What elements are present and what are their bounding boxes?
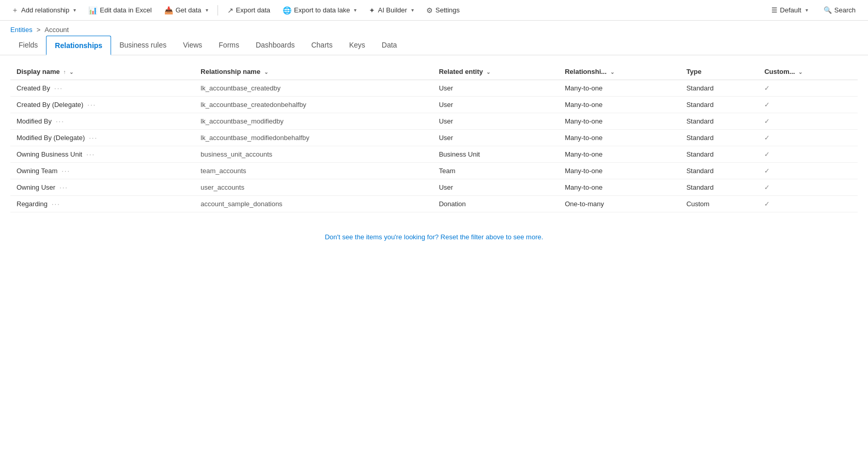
related-entity-cell: Business Unit	[432, 146, 559, 163]
row-menu[interactable]: Created By···	[10, 80, 194, 97]
excel-icon: 📊	[88, 6, 97, 14]
relationship-name-cell: lk_accountbase_createdby	[194, 80, 432, 97]
col-custom[interactable]: Custom... ⌄	[758, 64, 858, 80]
display-name-cell: Created By	[17, 84, 50, 92]
display-name-cell: Owning Team	[17, 167, 57, 175]
table-row: Modified By···lk_accountbase_modifiedbyU…	[10, 113, 858, 130]
tab-forms[interactable]: Forms	[210, 36, 247, 55]
tab-data[interactable]: Data	[374, 36, 406, 55]
edit-excel-button[interactable]: 📊 Edit data in Excel	[83, 4, 157, 17]
custom-check-cell: ✓	[758, 80, 858, 97]
filter-entity-icon: ⌄	[486, 69, 490, 75]
tab-charts[interactable]: Charts	[303, 36, 340, 55]
type-cell: Standard	[680, 163, 758, 179]
get-data-icon: 📥	[164, 6, 173, 14]
type-cell: Standard	[680, 97, 758, 113]
custom-check-cell: ✓	[758, 113, 858, 130]
related-entity-cell: Donation	[432, 196, 559, 212]
tab-fields[interactable]: Fields	[10, 36, 46, 55]
type-cell: Standard	[680, 113, 758, 130]
export-data-lake-dropdown-icon: ▾	[354, 7, 357, 13]
type-cell: Standard	[680, 146, 758, 163]
row-context-menu[interactable]: ···	[56, 117, 65, 125]
row-context-menu[interactable]: ···	[87, 101, 96, 109]
get-data-dropdown-icon: ▾	[206, 7, 208, 13]
row-context-menu[interactable]: ···	[54, 84, 63, 92]
export-icon: ↗	[227, 6, 234, 14]
tab-dashboards[interactable]: Dashboards	[247, 36, 303, 55]
col-relationship-name[interactable]: Relationship name ⌄	[194, 64, 432, 80]
row-menu[interactable]: Modified By···	[10, 113, 194, 130]
row-context-menu[interactable]: ···	[61, 167, 70, 175]
tab-views[interactable]: Views	[175, 36, 210, 55]
relationship-type-cell: Many-to-one	[559, 97, 680, 113]
breadcrumb-parent[interactable]: Entities	[10, 26, 33, 34]
filter-reltype-icon: ⌄	[610, 69, 614, 75]
toolbar-separator-1	[218, 5, 218, 16]
row-context-menu[interactable]: ···	[89, 134, 98, 142]
relationship-name-cell: lk_accountbase_modifiedonbehalfby	[194, 130, 432, 146]
row-context-menu[interactable]: ···	[86, 150, 95, 158]
row-menu[interactable]: Owning Business Unit···	[10, 146, 194, 163]
col-related-entity[interactable]: Related entity ⌄	[432, 64, 559, 80]
default-dropdown-icon: ▾	[805, 7, 808, 13]
get-data-button[interactable]: 📥 Get data ▾	[159, 4, 213, 17]
filter-custom-icon: ⌄	[798, 69, 802, 75]
type-cell: Standard	[680, 179, 758, 196]
settings-button[interactable]: ⚙ Settings	[421, 4, 465, 17]
tab-business-rules[interactable]: Business rules	[111, 36, 175, 55]
col-display-name[interactable]: Display name ↑ ⌄	[10, 64, 194, 80]
table-row: Owning Team···team_accountsTeamMany-to-o…	[10, 163, 858, 179]
relationship-name-cell: business_unit_accounts	[194, 146, 432, 163]
relationship-type-cell: Many-to-one	[559, 80, 680, 97]
breadcrumb-separator: >	[37, 26, 41, 34]
tab-bar: FieldsRelationshipsBusiness rulesViewsFo…	[0, 36, 868, 55]
table-row: Created By···lk_accountbase_createdbyUse…	[10, 80, 858, 97]
tab-keys[interactable]: Keys	[341, 36, 374, 55]
search-button[interactable]: 🔍 Search	[817, 4, 862, 16]
table-row: Modified By (Delegate)···lk_accountbase_…	[10, 130, 858, 146]
row-menu[interactable]: Owning User···	[10, 179, 194, 196]
table-header: Display name ↑ ⌄ Relationship name ⌄ Rel…	[10, 64, 858, 80]
custom-check-cell: ✓	[758, 163, 858, 179]
row-menu[interactable]: Created By (Delegate)···	[10, 97, 194, 113]
row-menu[interactable]: Owning Team···	[10, 163, 194, 179]
row-context-menu[interactable]: ···	[52, 200, 60, 208]
ai-builder-button[interactable]: ✦ AI Builder ▾	[364, 4, 419, 17]
col-type[interactable]: Type	[680, 64, 758, 80]
row-context-menu[interactable]: ···	[59, 183, 68, 191]
custom-check-cell: ✓	[758, 130, 858, 146]
toolbar: ＋ Add relationship ▾ 📊 Edit data in Exce…	[0, 0, 868, 21]
export-data-button[interactable]: ↗ Export data	[222, 4, 276, 17]
sort-asc-icon: ↑	[63, 69, 66, 75]
relationship-type-cell: Many-to-one	[559, 130, 680, 146]
tab-relationships[interactable]: Relationships	[46, 36, 111, 55]
relationships-table: Display name ↑ ⌄ Relationship name ⌄ Rel…	[10, 64, 858, 212]
related-entity-cell: User	[432, 80, 559, 97]
relationship-type-cell: Many-to-one	[559, 179, 680, 196]
menu-icon: ☰	[771, 6, 778, 14]
ai-icon: ✦	[369, 6, 375, 14]
related-entity-cell: User	[432, 130, 559, 146]
export-data-lake-button[interactable]: 🌐 Export to data lake ▾	[277, 4, 362, 17]
table-row: Owning Business Unit···business_unit_acc…	[10, 146, 858, 163]
col-relationship-type[interactable]: Relationshi... ⌄	[559, 64, 680, 80]
add-relationship-button[interactable]: ＋ Add relationship ▾	[6, 4, 81, 17]
filter-relname-icon: ⌄	[264, 69, 268, 75]
display-name-cell: Modified By (Delegate)	[17, 134, 85, 142]
related-entity-cell: User	[432, 113, 559, 130]
custom-check-cell: ✓	[758, 146, 858, 163]
relationship-name-cell: account_sample_donations	[194, 196, 432, 212]
row-menu[interactable]: Modified By (Delegate)···	[10, 130, 194, 146]
relationship-type-cell: Many-to-one	[559, 146, 680, 163]
related-entity-cell: User	[432, 179, 559, 196]
ai-builder-dropdown-icon: ▾	[411, 7, 414, 13]
filter-hint-message: Don't see the items you're looking for? …	[10, 212, 858, 262]
row-menu[interactable]: Regarding···	[10, 196, 194, 212]
type-cell: Standard	[680, 130, 758, 146]
custom-check-cell: ✓	[758, 196, 858, 212]
add-icon: ＋	[11, 6, 19, 15]
default-button[interactable]: ☰ Default ▾	[766, 4, 813, 16]
breadcrumb: Entities > Account	[0, 21, 868, 34]
display-name-cell: Owning User	[17, 183, 55, 191]
